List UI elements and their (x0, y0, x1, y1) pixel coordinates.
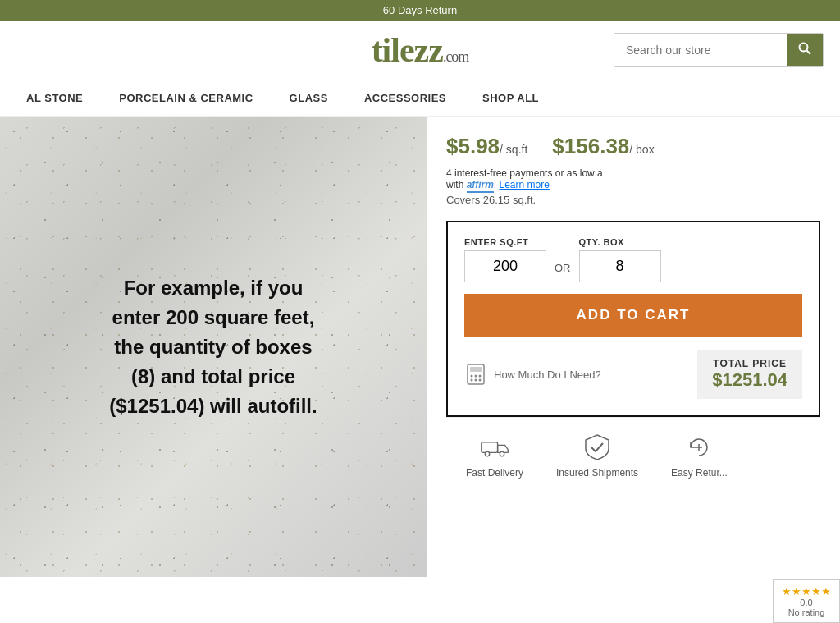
calculator-box: ENTER SQ.FT OR QTY. BOX ADD TO CART (446, 221, 820, 417)
svg-point-4 (471, 375, 473, 378)
svg-point-8 (475, 379, 477, 382)
qty-input[interactable] (579, 250, 661, 282)
top-banner: 60 Days Return (0, 0, 840, 21)
qty-label: QTY. BOX (579, 237, 661, 247)
svg-point-11 (485, 451, 489, 456)
affirm-learn-more[interactable]: Learn more (499, 179, 549, 190)
svg-line-1 (807, 51, 811, 55)
search-icon (798, 42, 811, 55)
total-price-value: $1251.04 (712, 369, 788, 391)
product-image: For example, if you enter 200 square fee… (0, 117, 427, 577)
nav-item-accessories[interactable]: ACCESSORIES (346, 80, 464, 116)
insured-label: Insured Shipments (556, 467, 638, 479)
search-input[interactable] (614, 35, 787, 65)
sqft-input-group: ENTER SQ.FT (464, 237, 546, 282)
price-per-box: $156.38/ box (552, 134, 654, 158)
how-much-area[interactable]: How Much Do I Need? (464, 363, 601, 386)
price-per-sqft: $5.98/ sq.ft (446, 134, 527, 158)
bottom-row: How Much Do I Need? TOTAL PRICE $1251.04 (464, 350, 802, 399)
total-price-box: TOTAL PRICE $1251.04 (697, 350, 802, 399)
price-box-container: $156.38/ box (552, 134, 654, 159)
qty-input-group: QTY. BOX (579, 237, 661, 282)
overlay-text: For example, if you enter 200 square fee… (107, 273, 320, 421)
insured-icon (582, 433, 612, 462)
svg-point-5 (475, 375, 477, 378)
footer-icon-insured: Insured Shipments (556, 433, 638, 479)
footer-icon-delivery: Fast Delivery (466, 433, 523, 479)
price-sqft-container: $5.98/ sq.ft (446, 134, 527, 159)
logo[interactable]: tilezz.com (372, 30, 469, 70)
input-row: ENTER SQ.FT OR QTY. BOX (464, 237, 802, 282)
returns-label: Easy Retur... (671, 467, 728, 479)
sqft-label: ENTER SQ.FT (464, 237, 546, 247)
returns-icon (684, 433, 714, 462)
affirm-text: 4 interest-free payments or as low a wit… (446, 167, 820, 190)
delivery-icon (480, 433, 509, 462)
product-info: $5.98/ sq.ft $156.38/ box 4 interest-fre… (427, 117, 840, 577)
how-much-label: How Much Do I Need? (494, 369, 601, 381)
nav-item-porcelain[interactable]: PORCELAIN & CERAMIC (101, 80, 271, 116)
total-price-label: TOTAL PRICE (712, 358, 788, 369)
or-separator: OR (555, 262, 571, 274)
covers-text: Covers 26.15 sq.ft. (446, 194, 820, 206)
svg-point-12 (500, 451, 504, 456)
calculator-icon (464, 363, 487, 386)
affirm-logo: affirm (467, 179, 494, 193)
nav-item-shop-all[interactable]: SHOP ALL (464, 80, 557, 116)
svg-point-6 (479, 375, 482, 378)
nav-item-glass[interactable]: GLASS (272, 80, 346, 116)
nav: AL STONE PORCELAIN & CERAMIC GLASS ACCES… (0, 80, 840, 117)
logo-area: tilezz.com (285, 30, 555, 70)
sqft-input[interactable] (464, 250, 546, 282)
svg-point-7 (471, 379, 473, 382)
svg-rect-10 (482, 442, 498, 453)
main-content: For example, if you enter 200 square fee… (0, 117, 840, 577)
header: tilezz.com (0, 21, 840, 80)
search-button[interactable] (787, 34, 823, 66)
svg-point-0 (800, 44, 808, 52)
price-row: $5.98/ sq.ft $156.38/ box (446, 134, 820, 159)
svg-rect-3 (470, 367, 482, 372)
nav-item-natural-stone[interactable]: AL STONE (8, 80, 101, 116)
banner-text: 60 Days Return (383, 4, 457, 16)
delivery-label: Fast Delivery (466, 467, 523, 479)
search-area (614, 33, 824, 67)
svg-point-9 (479, 379, 482, 382)
footer-icons: Fast Delivery Insured Shipments Easy Ret… (446, 417, 820, 493)
footer-icon-returns: Easy Retur... (671, 433, 728, 479)
add-to-cart-button[interactable]: ADD TO CART (464, 294, 802, 337)
